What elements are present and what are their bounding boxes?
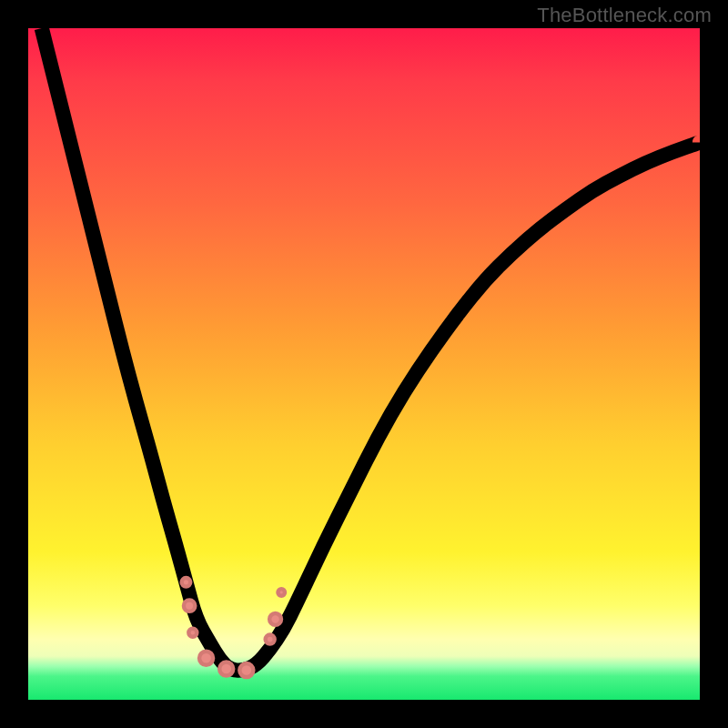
- data-point: [188, 629, 197, 637]
- data-point: [184, 600, 195, 611]
- chart-frame: TheBottleneck.com: [0, 0, 728, 728]
- data-point: [278, 589, 285, 596]
- data-point: [266, 635, 275, 644]
- data-point: [239, 663, 253, 677]
- data-point: [182, 578, 191, 587]
- data-point: [269, 613, 281, 625]
- data-point: [199, 652, 213, 665]
- watermark-text: TheBottleneck.com: [537, 4, 712, 27]
- bottleneck-curve: [42, 28, 700, 671]
- plot-area: [28, 28, 700, 700]
- curve-layer: [28, 28, 700, 700]
- data-point: [219, 662, 233, 676]
